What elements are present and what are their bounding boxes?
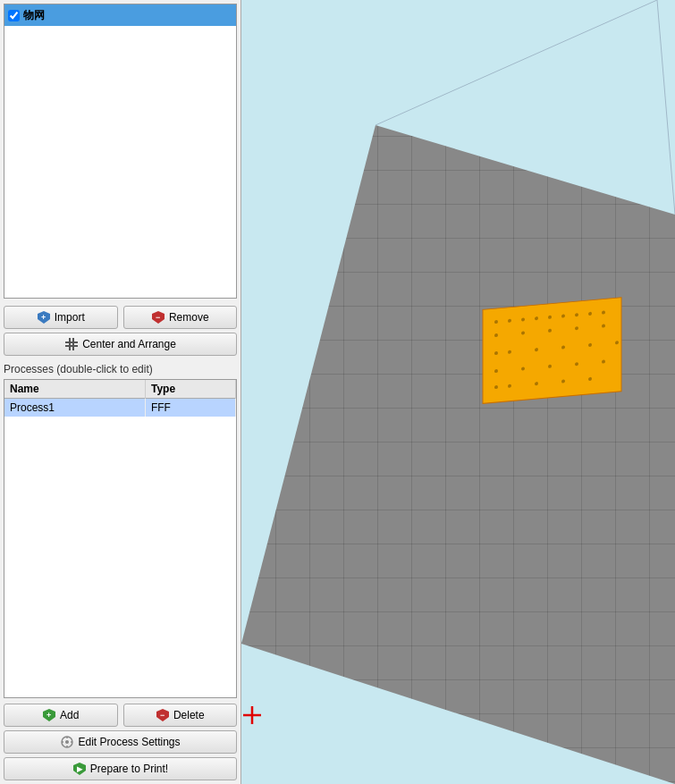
viewport — [241, 0, 675, 784]
delete-label: Delete — [173, 709, 205, 721]
import-icon: + — [37, 310, 51, 325]
svg-rect-25 — [483, 298, 621, 404]
delete-button[interactable]: − Delete — [123, 704, 238, 727]
import-remove-row: + Import − Remove — [4, 306, 237, 329]
processes-label-text: Processes (double-click to edit) — [4, 363, 153, 375]
prepare-label: Prepare to Print! — [90, 763, 168, 775]
svg-rect-5 — [65, 345, 78, 347]
process-type-cell: FFF — [145, 399, 235, 417]
svg-text:−: − — [160, 711, 165, 720]
col-name: Name — [4, 380, 145, 399]
objects-list-header: 物网 — [4, 4, 236, 26]
objects-body — [4, 26, 236, 298]
center-arrange-label: Center and Arrange — [82, 338, 176, 350]
import-label: Import — [55, 311, 85, 324]
remove-button[interactable]: − Remove — [123, 306, 238, 329]
center-arrange-row: Center and Arrange — [4, 333, 237, 356]
pcb-object — [483, 298, 621, 404]
objects-list-container: 物网 — [4, 4, 237, 299]
processes-label: Processes (double-click to edit) — [4, 363, 237, 375]
left-panel: 物网 + Import − Remove — [0, 0, 241, 784]
add-label: Add — [60, 709, 79, 721]
svg-text:+: + — [41, 313, 46, 322]
svg-point-13 — [65, 740, 69, 744]
delete-icon: − — [156, 708, 170, 722]
process-name-cell: Process1 — [4, 399, 145, 417]
bottom-buttons-section: + Add − Delete — [0, 700, 240, 784]
svg-rect-7 — [72, 338, 74, 350]
processes-table-header: Name Type — [4, 380, 236, 399]
edit-process-settings-label: Edit Process Settings — [78, 736, 180, 748]
center-arrange-button[interactable]: Center and Arrange — [4, 333, 237, 356]
processes-table-body: Process1 FFF — [4, 399, 236, 417]
svg-text:▶: ▶ — [76, 765, 82, 773]
remove-icon: − — [151, 310, 165, 325]
edit-process-settings-icon — [60, 735, 74, 749]
prepare-to-print-button[interactable]: ▶ Prepare to Print! — [4, 757, 237, 780]
svg-text:−: − — [156, 313, 160, 322]
add-button[interactable]: + Add — [4, 704, 118, 727]
edit-process-settings-button[interactable]: Edit Process Settings — [4, 730, 237, 754]
processes-table-container: Name Type Process1 FFF — [4, 379, 237, 698]
remove-label: Remove — [169, 311, 209, 324]
svg-rect-4 — [65, 341, 78, 343]
center-arrange-icon — [64, 337, 79, 351]
add-icon: + — [42, 708, 56, 722]
add-delete-row: + Add − Delete — [4, 704, 237, 727]
objects-list-header-label: 物网 — [23, 8, 45, 23]
import-button[interactable]: + Import — [4, 306, 118, 329]
prepare-icon: ▶ — [72, 762, 87, 776]
objects-list-checkbox[interactable] — [8, 10, 20, 21]
viewport-svg — [241, 0, 675, 784]
svg-rect-6 — [69, 338, 71, 350]
col-type: Type — [145, 380, 235, 399]
table-row[interactable]: Process1 FFF — [4, 399, 236, 417]
svg-text:+: + — [46, 711, 51, 720]
processes-table: Name Type Process1 FFF — [4, 380, 236, 417]
